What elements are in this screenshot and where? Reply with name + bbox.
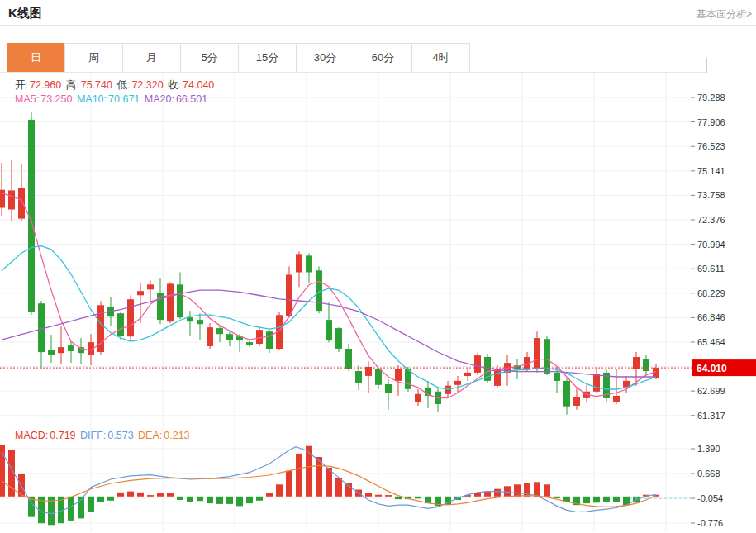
candle-body — [147, 284, 154, 289]
macd-bar — [613, 497, 620, 502]
macd-bar — [395, 497, 402, 499]
candle-body — [48, 350, 55, 355]
macd-bar — [504, 486, 511, 497]
axis-label: 66.846 — [697, 312, 725, 322]
ma5-value: 73.250 — [40, 93, 72, 105]
candle-body — [197, 320, 203, 324]
axis-label: 75.141 — [697, 166, 725, 176]
macd-bar — [107, 497, 114, 501]
macd-bar — [385, 495, 392, 497]
candle-body — [286, 275, 292, 316]
candle-body — [385, 384, 392, 393]
axis-label: 68.229 — [697, 288, 725, 298]
candle-body — [405, 369, 411, 389]
macd-bar — [127, 492, 134, 497]
candle-body — [207, 327, 213, 346]
close-value: 74.040 — [183, 79, 214, 91]
diff-value: 0.573 — [107, 430, 133, 441]
candle-body — [593, 374, 600, 392]
macd-bar — [117, 493, 124, 497]
low-label: 低: — [116, 79, 130, 91]
macd-bar — [494, 489, 501, 497]
open-label: 开: — [15, 79, 28, 91]
candle-body — [68, 345, 74, 351]
candle-body — [256, 330, 263, 344]
macd-bar — [484, 492, 491, 497]
macd-bar — [306, 446, 312, 497]
candle-body — [127, 299, 134, 336]
macd-bar — [246, 497, 253, 503]
macd-bar — [207, 497, 213, 503]
candle-body — [38, 303, 45, 352]
candle-body — [563, 381, 570, 407]
macd-bar — [256, 497, 263, 501]
candle-body — [454, 381, 461, 385]
candle-body — [335, 328, 342, 349]
candle-body — [643, 359, 649, 371]
candle-body — [395, 369, 402, 381]
macd-bar — [97, 497, 104, 502]
candle-body — [306, 255, 312, 272]
low-value: 72.320 — [131, 79, 163, 91]
candle-body — [365, 367, 372, 376]
macd-readout: MACD:0.719 DIFF:0.573 DEA:0.213 — [15, 430, 192, 441]
candle-body — [167, 283, 174, 321]
candle-body — [117, 313, 124, 336]
diff-label: DIFF: — [80, 430, 106, 441]
macd-bar — [365, 493, 372, 497]
candle-body — [554, 373, 560, 381]
ma20-label: MA20: — [145, 93, 174, 105]
macd-bar — [514, 484, 521, 497]
ma10-label: MA10: — [77, 93, 107, 105]
candle-body — [246, 342, 253, 345]
macd-bar — [296, 454, 302, 497]
dea-label: DEA: — [138, 430, 162, 441]
candle-body — [266, 331, 273, 349]
dea-value: 0.213 — [164, 430, 189, 441]
macd-bar — [276, 484, 283, 497]
candle-body — [58, 347, 64, 353]
macd-bar — [286, 471, 292, 497]
axis-label: 61.317 — [697, 411, 725, 421]
ma20-value: 66.501 — [176, 93, 207, 105]
macd-bar — [326, 468, 332, 497]
candle-body — [8, 190, 15, 209]
macd-bar — [177, 497, 183, 500]
axis-label: -0.054 — [697, 493, 723, 503]
candle-body — [534, 338, 540, 369]
macd-bar — [147, 495, 154, 497]
macd-bar — [266, 493, 273, 497]
candle-body — [296, 254, 302, 272]
macd-bar — [216, 497, 223, 504]
axis-label: 72.376 — [697, 215, 725, 225]
candle-body — [18, 188, 25, 219]
candle-body — [415, 394, 421, 402]
candle-body — [177, 284, 183, 317]
macd-bar — [68, 497, 74, 521]
axis-label: 77.906 — [697, 117, 725, 127]
axis-label: 0.668 — [697, 469, 720, 478]
macd-bar — [593, 497, 600, 503]
macd-bar — [137, 493, 144, 497]
macd-bar — [335, 478, 342, 497]
candle-body — [226, 334, 233, 340]
candle-body — [355, 371, 362, 383]
current-price-label: 64.010 — [697, 363, 727, 374]
candle-body — [216, 328, 223, 334]
candle-body — [0, 190, 5, 208]
macd-bar — [167, 493, 174, 497]
high-value: 75.740 — [81, 79, 112, 91]
candle-body — [494, 369, 501, 386]
macd-bar — [88, 497, 94, 512]
macd-value: 0.719 — [50, 430, 75, 441]
macd-bar — [415, 497, 421, 499]
ohlc-readout: 开:72.960 高:75.740 低:72.320 收:74.040 — [15, 79, 216, 93]
macd-bar — [534, 482, 540, 497]
macd-bar — [375, 495, 382, 497]
macd-bar — [226, 497, 233, 504]
axis-label: 70.994 — [697, 240, 725, 250]
candle-body — [137, 291, 144, 295]
axis-label: 1.390 — [697, 444, 720, 454]
candle-body — [445, 386, 451, 394]
macd-bar — [197, 497, 203, 501]
